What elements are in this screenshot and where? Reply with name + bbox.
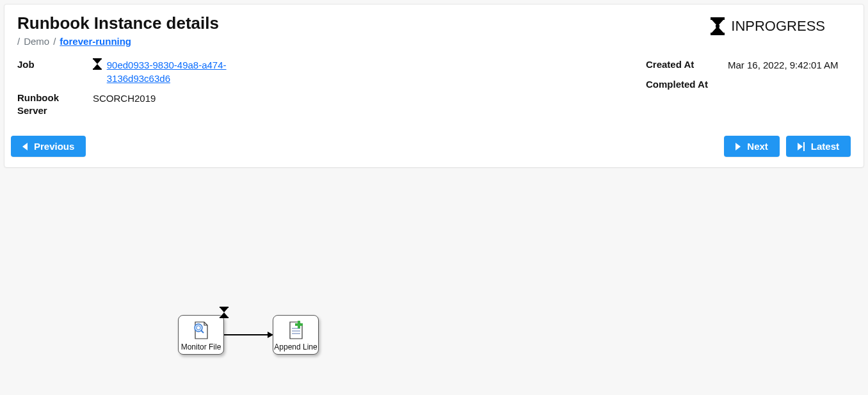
job-link[interactable]: 90ed0933-9830-49a8-a474-3136d93c63d6 [107, 58, 286, 85]
previous-button-label: Previous [34, 141, 74, 152]
created-label: Created At [646, 58, 721, 71]
button-group-right: Next Latest [724, 136, 851, 157]
status-block: INPROGRESS [711, 13, 851, 35]
job-value: 90ed0933-9830-49a8-a474-3136d93c63d6 [93, 58, 286, 85]
previous-button[interactable]: Previous [11, 136, 86, 157]
monitor-file-icon [190, 316, 212, 343]
created-value: Mar 16, 2022, 9:42:01 AM [728, 58, 851, 72]
breadcrumb-sep: / [53, 36, 56, 47]
job-label: Job [17, 58, 86, 71]
info-row-completed: Completed At [646, 78, 851, 91]
header-left: Runbook Instance details / Demo / foreve… [17, 13, 219, 58]
graph-node-append-line[interactable]: Append Line [273, 315, 319, 355]
skip-end-icon [798, 142, 805, 151]
svg-point-1 [197, 326, 200, 330]
arrow-left-icon [22, 143, 28, 150]
node-status-icon [220, 307, 229, 321]
append-line-icon [285, 316, 307, 343]
completed-label: Completed At [646, 78, 721, 91]
arrow-right-icon [735, 143, 741, 150]
header-row: Runbook Instance details / Demo / foreve… [17, 13, 851, 58]
breadcrumb: / Demo / forever-running [17, 36, 219, 47]
breadcrumb-sep: / [17, 36, 20, 47]
latest-button[interactable]: Latest [786, 136, 851, 157]
info-left: Job 90ed0933-9830-49a8-a474-3136d93c63d6… [17, 58, 286, 117]
info-row-job: Job 90ed0933-9830-49a8-a474-3136d93c63d6 [17, 58, 286, 85]
graph-node-label: Append Line [274, 343, 317, 354]
hourglass-icon [711, 17, 725, 35]
breadcrumb-item-runbook[interactable]: forever-running [60, 36, 131, 47]
info-row-server: Runbook Server SCORCH2019 [17, 92, 286, 117]
breadcrumb-item-demo: Demo [24, 36, 49, 47]
server-label: Runbook Server [17, 92, 86, 117]
hourglass-icon [220, 307, 229, 318]
next-button-label: Next [747, 141, 768, 152]
details-panel: Runbook Instance details / Demo / foreve… [4, 4, 864, 168]
next-button[interactable]: Next [724, 136, 780, 157]
panel-body: Runbook Instance details / Demo / foreve… [4, 4, 864, 127]
info-right: Created At Mar 16, 2022, 9:42:01 AM Comp… [646, 58, 851, 117]
hourglass-icon [93, 58, 102, 70]
page-title: Runbook Instance details [17, 13, 219, 33]
button-bar: Previous Next Latest [4, 127, 864, 167]
graph-node-monitor-file[interactable]: Monitor File [178, 315, 224, 355]
graph-edge [224, 334, 268, 335]
info-grid: Job 90ed0933-9830-49a8-a474-3136d93c63d6… [17, 58, 851, 117]
server-value: SCORCH2019 [93, 92, 286, 105]
svg-rect-7 [295, 323, 303, 326]
info-row-created: Created At Mar 16, 2022, 9:42:01 AM [646, 58, 851, 72]
latest-button-label: Latest [811, 141, 839, 152]
status-text: INPROGRESS [731, 18, 825, 35]
graph-node-label: Monitor File [181, 343, 221, 354]
runbook-graph: Monitor File Append Line [0, 168, 868, 379]
